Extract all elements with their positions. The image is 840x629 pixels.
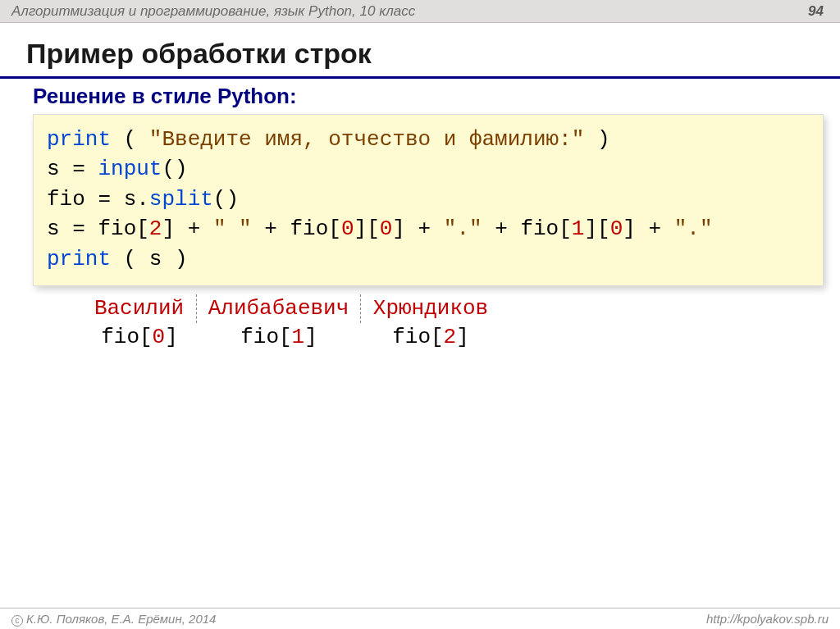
example-idx-2: fio[2] xyxy=(361,323,500,352)
string-literal: "Введите имя, отчество и фамилию:" xyxy=(149,127,585,152)
example-name-0: Василий xyxy=(82,294,197,323)
split-keyword: split xyxy=(149,187,213,212)
example-name-1: Алибабаевич xyxy=(197,294,361,323)
print-keyword: print xyxy=(47,127,111,152)
example-idx-1: fio[1] xyxy=(197,323,361,352)
code-line-1: print ( "Введите имя, отчество и фамилию… xyxy=(47,125,810,154)
code-box: print ( "Введите имя, отчество и фамилию… xyxy=(33,114,824,286)
code-line-4: s = fio[2] + " " + fio[0][0] + "." + fio… xyxy=(47,214,810,244)
example-area: Василий Алибабаевич Хрюндиков fio[0] fio… xyxy=(82,294,840,352)
code-line-2: s = input() xyxy=(47,154,810,184)
code-line-3: fio = s.split() xyxy=(47,185,810,214)
slide-title: Пример обработки строк xyxy=(26,38,840,70)
input-keyword: input xyxy=(98,157,162,181)
example-name-2: Хрюндиков xyxy=(361,294,500,323)
code-line-5: print ( s ) xyxy=(47,244,810,274)
page-number: 94 xyxy=(808,3,824,20)
subtitle: Решение в стиле Python: xyxy=(33,84,840,109)
course-title: Алгоритмизация и программирование, язык … xyxy=(11,3,415,20)
footer-url: http://kpolyakov.spb.ru xyxy=(706,612,829,626)
example-idx-0: fio[0] xyxy=(82,323,197,352)
title-rule xyxy=(0,76,840,79)
footer-bar: cК.Ю. Поляков, Е.А. Ерёмин, 2014 http://… xyxy=(0,608,840,629)
print-keyword: print xyxy=(47,247,111,271)
copyright-icon: c xyxy=(11,615,23,627)
copyright: cК.Ю. Поляков, Е.А. Ерёмин, 2014 xyxy=(11,612,216,627)
example-index-row: fio[0] fio[1] fio[2] xyxy=(82,323,840,352)
header-bar: Алгоритмизация и программирование, язык … xyxy=(0,0,840,23)
example-names-row: Василий Алибабаевич Хрюндиков xyxy=(82,294,840,323)
